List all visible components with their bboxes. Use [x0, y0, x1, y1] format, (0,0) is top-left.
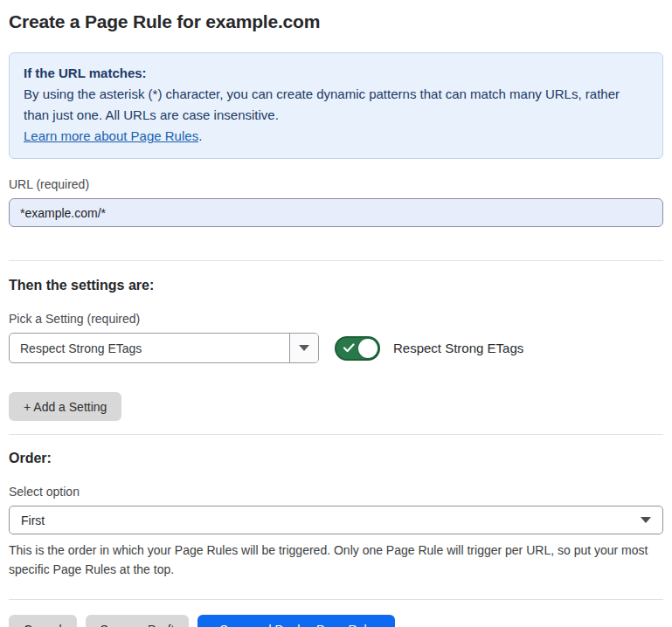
- divider: [9, 599, 663, 600]
- info-box-body: By using the asterisk (*) character, you…: [24, 84, 648, 126]
- toggle-label: Respect Strong ETags: [393, 341, 523, 355]
- cancel-button[interactable]: Cancel: [9, 615, 77, 627]
- url-match-info-box: If the URL matches: By using the asteris…: [9, 52, 663, 159]
- learn-more-link[interactable]: Learn more about Page Rules: [24, 128, 198, 143]
- add-setting-button[interactable]: + Add a Setting: [9, 392, 121, 421]
- chevron-down-icon: [641, 517, 651, 523]
- setting-dropdown-value: Respect Strong ETags: [10, 334, 289, 362]
- pick-setting-label: Pick a Setting (required): [9, 312, 663, 326]
- order-help-text: This is the order in which your Page Rul…: [9, 541, 660, 579]
- order-section-heading: Order:: [9, 451, 663, 466]
- divider: [9, 434, 663, 435]
- order-select-label: Select option: [9, 485, 663, 499]
- etags-toggle[interactable]: [335, 336, 380, 361]
- footer-actions: Cancel Save as Draft Save and Deploy Pag…: [9, 615, 663, 627]
- divider: [9, 260, 663, 261]
- save-and-deploy-button[interactable]: Save and Deploy Page Rule: [197, 615, 395, 627]
- info-box-heading: If the URL matches:: [24, 63, 648, 84]
- save-as-draft-button[interactable]: Save as Draft: [86, 615, 190, 627]
- toggle-knob: [358, 339, 378, 358]
- setting-row: Respect Strong ETags Respect Strong ETag…: [9, 333, 663, 363]
- page-title: Create a Page Rule for example.com: [9, 11, 663, 32]
- url-label: URL (required): [9, 177, 663, 191]
- settings-section-heading: Then the settings are:: [9, 278, 663, 293]
- create-page-rule-form: Create a Page Rule for example.com If th…: [0, 0, 672, 627]
- chevron-down-icon: [299, 345, 309, 351]
- info-link-line: Learn more about Page Rules.: [24, 126, 648, 147]
- link-period: .: [198, 128, 202, 143]
- setting-dropdown[interactable]: Respect Strong ETags: [9, 333, 319, 363]
- check-icon: [343, 343, 355, 353]
- order-select[interactable]: First: [9, 506, 663, 534]
- url-input[interactable]: [9, 198, 663, 227]
- order-select-value: First: [21, 513, 45, 527]
- setting-dropdown-arrow-button[interactable]: [289, 334, 318, 362]
